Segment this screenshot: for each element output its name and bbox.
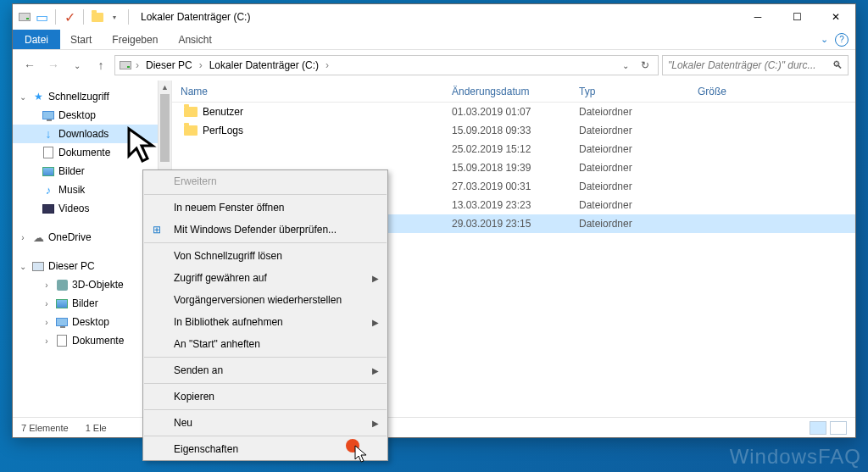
col-header-type[interactable]: Typ <box>570 86 689 97</box>
tree-quick-access[interactable]: ⌄ ★ Schnellzugriff <box>13 87 171 106</box>
monitor-icon <box>42 108 55 122</box>
breadcrumb-sep: › <box>199 59 203 71</box>
file-date: 15.09.2018 19:39 <box>443 162 570 174</box>
help-icon[interactable]: ? <box>835 33 849 47</box>
chevron-down-icon[interactable]: ⌄ <box>821 34 828 45</box>
refresh-icon[interactable]: ↻ <box>636 59 654 71</box>
quick-access-toolbar: ▭ ✓ ▾ <box>18 9 132 25</box>
scroll-up-icon[interactable]: ▲ <box>159 81 171 94</box>
file-type: Dateiordner <box>570 106 689 118</box>
tree-desktop[interactable]: Desktop <box>13 106 171 125</box>
tree-label: Bilder <box>58 165 85 177</box>
explorer-window: ▭ ✓ ▾ Lokaler Datenträger (C:) ─ ☐ ✕ Dat… <box>12 3 856 438</box>
column-headers: Name Änderungsdatum Typ Größe <box>172 81 855 103</box>
expand-icon[interactable]: ⌄ <box>18 92 28 102</box>
submenu-arrow-icon: ▶ <box>372 274 379 283</box>
dropdown-icon[interactable]: ▾ <box>108 10 121 24</box>
back-button[interactable]: ← <box>19 55 40 75</box>
address-bar[interactable]: › Dieser PC › Lokaler Datenträger (C:) ›… <box>114 55 659 75</box>
cloud-icon: ☁ <box>31 230 45 244</box>
expand-icon[interactable]: › <box>18 233 28 242</box>
expand-icon[interactable]: › <box>42 299 52 308</box>
context-menu-item[interactable]: Senden an▶ <box>143 359 387 381</box>
file-type: Dateiordner <box>570 180 689 192</box>
submenu-arrow-icon: ▶ <box>372 419 379 428</box>
window-controls: ─ ☐ ✕ <box>738 4 855 30</box>
file-row[interactable]: 25.02.2019 15:12Dateiordner <box>172 140 855 158</box>
properties-icon[interactable]: ▭ <box>35 10 48 24</box>
close-button[interactable]: ✕ <box>816 4 855 30</box>
expand-icon[interactable]: › <box>42 318 52 327</box>
pc-icon <box>31 259 45 273</box>
context-menu-item[interactable]: ⊞Mit Windows Defender überprüfen... <box>143 219 387 241</box>
tree-downloads[interactable]: ↓ Downloads <box>13 125 171 143</box>
navigation-bar: ← → ⌄ ↑ › Dieser PC › Lokaler Datenträge… <box>13 50 855 81</box>
context-menu-item[interactable]: In neuem Fenster öffnen <box>143 197 387 219</box>
context-menu-label: Senden an <box>174 364 223 376</box>
context-menu-item[interactable]: In Bibliothek aufnehmen▶ <box>143 311 387 333</box>
tree-label: Dokumente <box>72 335 124 347</box>
expand-icon[interactable]: › <box>42 280 52 290</box>
file-tab[interactable]: Datei <box>13 30 60 49</box>
context-menu-item[interactable]: An "Start" anheften <box>143 333 387 355</box>
context-menu-item[interactable]: Vorgängerversionen wiederherstellen <box>143 289 387 311</box>
maximize-button[interactable]: ☐ <box>777 4 816 30</box>
search-icon[interactable]: 🔍︎ <box>832 59 843 71</box>
tree-label: Desktop <box>72 316 109 328</box>
ribbon-tab-view[interactable]: Ansicht <box>168 30 221 49</box>
col-header-size[interactable]: Größe <box>689 86 774 97</box>
drive-icon <box>18 10 31 24</box>
scroll-thumb[interactable] <box>160 94 170 162</box>
video-icon <box>42 202 55 215</box>
view-mode-icons <box>810 421 847 435</box>
expand-icon[interactable]: › <box>42 336 52 346</box>
tree-label: Videos <box>58 203 89 214</box>
picture-icon <box>55 297 69 310</box>
ribbon-tab-start[interactable]: Start <box>60 30 102 49</box>
file-date: 15.09.2018 09:33 <box>443 125 570 136</box>
context-menu-label: An "Start" anheften <box>174 338 260 350</box>
col-header-name[interactable]: Name <box>172 86 443 97</box>
up-button[interactable]: ↑ <box>91 55 111 75</box>
context-menu-item[interactable]: Neu▶ <box>143 412 387 434</box>
context-menu-separator <box>144 242 387 243</box>
folder-icon[interactable] <box>91 10 104 24</box>
large-icons-view-icon[interactable] <box>830 421 847 435</box>
context-menu-label: Zugriff gewähren auf <box>174 272 267 284</box>
tree-label: Dieser PC <box>48 260 95 272</box>
context-menu-item[interactable]: Von Schnellzugriff lösen <box>143 245 387 267</box>
file-row[interactable]: Benutzer01.03.2019 01:07Dateiordner <box>172 103 855 121</box>
tree-documents[interactable]: Dokumente <box>13 143 171 162</box>
recent-dropdown[interactable]: ⌄ <box>67 55 87 75</box>
folder-icon <box>184 107 198 117</box>
drive-icon <box>119 58 132 72</box>
tree-label: Downloads <box>58 128 108 140</box>
search-placeholder: "Lokaler Datenträger (C:)" durc... <box>668 59 816 71</box>
search-box[interactable]: "Lokaler Datenträger (C:)" durc... 🔍︎ <box>662 55 849 75</box>
tree-label: OneDrive <box>48 231 92 243</box>
tree-label: Dokumente <box>58 147 110 158</box>
breadcrumb-item[interactable]: Lokaler Datenträger (C:) <box>206 59 322 71</box>
file-row[interactable]: PerfLogs15.09.2018 09:33Dateiordner <box>172 121 855 140</box>
main-content: ⌄ ★ Schnellzugriff Desktop ↓ Downloads D… <box>13 81 855 417</box>
context-menu-label: Neu <box>174 417 192 429</box>
context-menu-item[interactable]: Zugriff gewähren auf▶ <box>143 267 387 289</box>
breadcrumb-sep: › <box>326 59 329 71</box>
expand-icon[interactable]: ⌄ <box>18 262 28 271</box>
context-menu-item: Erweitern <box>143 170 387 192</box>
context-menu-separator <box>144 194 387 195</box>
details-view-icon[interactable] <box>810 421 826 435</box>
col-header-date[interactable]: Änderungsdatum <box>443 86 570 97</box>
minimize-button[interactable]: ─ <box>738 4 777 30</box>
breadcrumb-item[interactable]: Dieser PC <box>142 59 196 71</box>
context-menu-label: Von Schnellzugriff lösen <box>174 250 282 262</box>
file-type: Dateiordner <box>570 162 689 174</box>
addr-dropdown-icon[interactable]: ⌄ <box>617 61 634 70</box>
ribbon-tab-share[interactable]: Freigeben <box>102 30 168 49</box>
tree-label: 3D-Objekte <box>72 279 124 291</box>
file-date: 27.03.2019 00:31 <box>443 180 570 192</box>
context-menu: ErweiternIn neuem Fenster öffnen⊞Mit Win… <box>142 169 388 461</box>
forward-button[interactable]: → <box>43 55 64 75</box>
check-icon[interactable]: ✓ <box>63 10 76 24</box>
context-menu-item[interactable]: Kopieren <box>143 386 387 408</box>
